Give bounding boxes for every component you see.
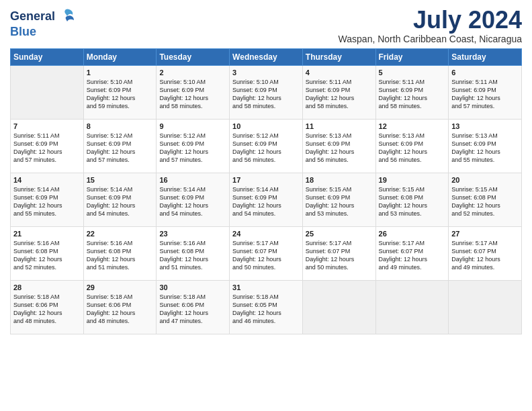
day-number: 8	[87, 122, 154, 130]
day-info: Sunrise: 5:11 AMSunset: 6:09 PMDaylight:…	[13, 132, 81, 165]
page: General Blue July 2024 Waspan, North Car…	[0, 0, 532, 411]
col-thursday: Thursday	[302, 48, 375, 65]
calendar-cell: 3Sunrise: 5:10 AMSunset: 6:09 PMDaylight…	[230, 65, 303, 119]
day-info: Sunrise: 5:16 AMSunset: 6:08 PMDaylight:…	[159, 239, 226, 272]
day-number: 13	[451, 122, 519, 130]
day-info: Sunrise: 5:14 AMSunset: 6:09 PMDaylight:…	[13, 185, 81, 218]
day-number: 14	[13, 176, 81, 184]
day-info: Sunrise: 5:14 AMSunset: 6:09 PMDaylight:…	[87, 185, 154, 218]
calendar-cell: 30Sunrise: 5:18 AMSunset: 6:06 PMDayligh…	[157, 280, 230, 334]
day-number: 19	[379, 176, 446, 184]
calendar-cell: 31Sunrise: 5:18 AMSunset: 6:05 PMDayligh…	[230, 280, 303, 334]
calendar-cell: 7Sunrise: 5:11 AMSunset: 6:09 PMDaylight…	[11, 119, 84, 173]
calendar-cell: 9Sunrise: 5:12 AMSunset: 6:09 PMDaylight…	[157, 119, 230, 173]
col-friday: Friday	[375, 48, 449, 65]
day-info: Sunrise: 5:10 AMSunset: 6:09 PMDaylight:…	[159, 78, 226, 111]
day-number: 25	[306, 230, 373, 238]
day-number: 3	[232, 68, 300, 77]
col-monday: Monday	[83, 48, 157, 65]
calendar-cell	[302, 280, 375, 334]
day-info: Sunrise: 5:13 AMSunset: 6:09 PMDaylight:…	[451, 132, 519, 165]
logo: General Blue	[10, 7, 75, 38]
calendar-week-1: 1Sunrise: 5:10 AMSunset: 6:09 PMDaylight…	[11, 65, 522, 119]
calendar-week-2: 7Sunrise: 5:11 AMSunset: 6:09 PMDaylight…	[11, 119, 522, 173]
calendar-cell: 26Sunrise: 5:17 AMSunset: 6:07 PMDayligh…	[375, 226, 449, 280]
day-info: Sunrise: 5:10 AMSunset: 6:09 PMDaylight:…	[87, 78, 154, 111]
calendar-week-4: 21Sunrise: 5:16 AMSunset: 6:08 PMDayligh…	[11, 226, 522, 280]
day-info: Sunrise: 5:17 AMSunset: 6:07 PMDaylight:…	[306, 239, 373, 272]
day-info: Sunrise: 5:18 AMSunset: 6:06 PMDaylight:…	[159, 293, 226, 326]
calendar-week-5: 28Sunrise: 5:18 AMSunset: 6:06 PMDayligh…	[11, 280, 522, 334]
logo-text-general: General	[10, 10, 55, 22]
calendar-cell: 22Sunrise: 5:16 AMSunset: 6:08 PMDayligh…	[83, 226, 157, 280]
header: General Blue July 2024 Waspan, North Car…	[10, 7, 522, 44]
day-number: 22	[87, 230, 154, 238]
calendar-cell: 20Sunrise: 5:15 AMSunset: 6:08 PMDayligh…	[449, 173, 522, 226]
calendar-cell: 4Sunrise: 5:11 AMSunset: 6:09 PMDaylight…	[302, 65, 375, 119]
day-number: 18	[306, 176, 373, 184]
day-info: Sunrise: 5:17 AMSunset: 6:07 PMDaylight:…	[451, 239, 519, 272]
day-number: 17	[232, 176, 300, 184]
day-number: 4	[306, 68, 373, 77]
day-info: Sunrise: 5:15 AMSunset: 6:08 PMDaylight:…	[451, 185, 519, 218]
calendar-cell: 1Sunrise: 5:10 AMSunset: 6:09 PMDaylight…	[83, 65, 157, 119]
day-number: 29	[87, 283, 154, 291]
day-number: 24	[232, 230, 300, 238]
day-number: 27	[451, 230, 519, 238]
logo-text-blue: Blue	[10, 26, 75, 38]
day-info: Sunrise: 5:11 AMSunset: 6:09 PMDaylight:…	[379, 78, 446, 111]
calendar-cell: 27Sunrise: 5:17 AMSunset: 6:07 PMDayligh…	[449, 226, 522, 280]
day-info: Sunrise: 5:18 AMSunset: 6:06 PMDaylight:…	[87, 293, 154, 326]
day-info: Sunrise: 5:13 AMSunset: 6:09 PMDaylight:…	[379, 132, 446, 165]
location-title: Waspan, North Caribbean Coast, Nicaragua	[339, 34, 522, 44]
day-number: 9	[159, 122, 226, 130]
month-title: July 2024	[339, 7, 522, 34]
day-number: 1	[87, 68, 154, 77]
calendar-cell: 6Sunrise: 5:11 AMSunset: 6:09 PMDaylight…	[449, 65, 522, 119]
day-info: Sunrise: 5:14 AMSunset: 6:09 PMDaylight:…	[232, 185, 300, 218]
day-number: 28	[13, 283, 81, 291]
day-number: 7	[13, 122, 81, 130]
col-sunday: Sunday	[11, 48, 84, 65]
day-number: 31	[232, 283, 300, 291]
calendar-cell	[11, 65, 84, 119]
calendar-cell: 17Sunrise: 5:14 AMSunset: 6:09 PMDayligh…	[230, 173, 303, 226]
day-number: 26	[379, 230, 446, 238]
calendar-cell	[449, 280, 522, 334]
day-info: Sunrise: 5:12 AMSunset: 6:09 PMDaylight:…	[159, 132, 226, 165]
calendar-table: Sunday Monday Tuesday Wednesday Thursday…	[10, 48, 522, 334]
day-info: Sunrise: 5:10 AMSunset: 6:09 PMDaylight:…	[232, 78, 300, 111]
calendar-cell: 29Sunrise: 5:18 AMSunset: 6:06 PMDayligh…	[83, 280, 157, 334]
calendar-cell: 18Sunrise: 5:15 AMSunset: 6:09 PMDayligh…	[302, 173, 375, 226]
calendar-cell: 16Sunrise: 5:14 AMSunset: 6:09 PMDayligh…	[157, 173, 230, 226]
day-number: 21	[13, 230, 81, 238]
calendar-cell: 2Sunrise: 5:10 AMSunset: 6:09 PMDaylight…	[157, 65, 230, 119]
day-info: Sunrise: 5:17 AMSunset: 6:07 PMDaylight:…	[232, 239, 300, 272]
col-saturday: Saturday	[449, 48, 522, 65]
day-number: 6	[451, 68, 519, 77]
day-info: Sunrise: 5:15 AMSunset: 6:08 PMDaylight:…	[379, 185, 446, 218]
calendar-cell: 28Sunrise: 5:18 AMSunset: 6:06 PMDayligh…	[11, 280, 84, 334]
calendar-cell: 5Sunrise: 5:11 AMSunset: 6:09 PMDaylight…	[375, 65, 449, 119]
calendar-cell: 13Sunrise: 5:13 AMSunset: 6:09 PMDayligh…	[449, 119, 522, 173]
calendar-cell: 25Sunrise: 5:17 AMSunset: 6:07 PMDayligh…	[302, 226, 375, 280]
calendar-cell: 19Sunrise: 5:15 AMSunset: 6:08 PMDayligh…	[375, 173, 449, 226]
calendar-cell: 24Sunrise: 5:17 AMSunset: 6:07 PMDayligh…	[230, 226, 303, 280]
day-number: 2	[159, 68, 226, 77]
col-wednesday: Wednesday	[230, 48, 303, 65]
day-number: 12	[379, 122, 446, 130]
col-tuesday: Tuesday	[157, 48, 230, 65]
calendar-cell: 8Sunrise: 5:12 AMSunset: 6:09 PMDaylight…	[83, 119, 157, 173]
logo-bird-icon	[56, 7, 75, 26]
calendar-cell: 15Sunrise: 5:14 AMSunset: 6:09 PMDayligh…	[83, 173, 157, 226]
day-number: 30	[159, 283, 226, 291]
calendar-cell: 12Sunrise: 5:13 AMSunset: 6:09 PMDayligh…	[375, 119, 449, 173]
day-info: Sunrise: 5:13 AMSunset: 6:09 PMDaylight:…	[306, 132, 373, 165]
calendar-week-3: 14Sunrise: 5:14 AMSunset: 6:09 PMDayligh…	[11, 173, 522, 226]
day-info: Sunrise: 5:17 AMSunset: 6:07 PMDaylight:…	[379, 239, 446, 272]
day-number: 5	[379, 68, 446, 77]
day-number: 20	[451, 176, 519, 184]
day-info: Sunrise: 5:16 AMSunset: 6:08 PMDaylight:…	[87, 239, 154, 272]
day-number: 15	[87, 176, 154, 184]
day-number: 11	[306, 122, 373, 130]
